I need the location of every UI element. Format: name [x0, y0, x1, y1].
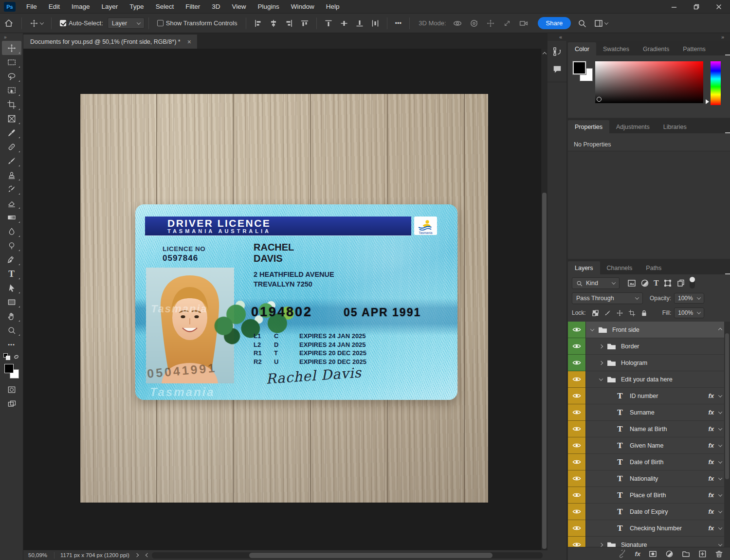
3d-roll-icon[interactable] — [466, 19, 482, 28]
layer-effects-badge[interactable]: fx — [708, 508, 714, 515]
layer-effects-badge[interactable]: fx — [708, 524, 714, 532]
visibility-eye-icon[interactable] — [568, 388, 585, 404]
menu-image[interactable]: Image — [66, 0, 96, 14]
layer-row-group[interactable]: Border — [568, 338, 730, 355]
eyedropper-tool[interactable] — [2, 126, 21, 140]
add-layer-mask-button[interactable] — [649, 550, 657, 558]
search-icon[interactable] — [574, 19, 590, 28]
zoom-tool[interactable] — [2, 323, 21, 337]
effects-chevron[interactable] — [718, 426, 722, 430]
3d-pan-icon[interactable] — [482, 19, 499, 28]
visibility-eye-icon[interactable] — [568, 404, 585, 421]
filter-shape-layers-icon[interactable] — [663, 279, 672, 288]
filter-pixel-layers-icon[interactable] — [627, 279, 636, 288]
layer-row-text[interactable]: Surnamefx — [568, 404, 730, 421]
layers-scroll-thumb[interactable] — [725, 333, 729, 479]
tab-color[interactable]: Color — [568, 42, 596, 55]
layer-effects-badge[interactable]: fx — [708, 392, 714, 399]
lock-pixels-icon[interactable] — [604, 309, 611, 317]
effects-chevron[interactable] — [718, 459, 722, 463]
layer-effects-badge[interactable]: fx — [708, 409, 714, 416]
restore-button[interactable] — [685, 0, 708, 13]
horizontal-scroll-thumb[interactable] — [249, 553, 493, 558]
share-button[interactable]: Share — [538, 17, 571, 29]
layer-row-text[interactable]: Date of Birthfx — [568, 454, 730, 470]
layer-row-text[interactable]: Nationalityfx — [568, 470, 730, 487]
pen-tool[interactable] — [2, 253, 21, 267]
move-tool[interactable] — [2, 41, 21, 55]
collapse-chevron[interactable] — [590, 327, 594, 331]
layer-row-text[interactable]: ID numberfx — [568, 388, 730, 404]
3d-slide-icon[interactable] — [499, 19, 515, 28]
visibility-eye-icon[interactable] — [568, 338, 585, 355]
screen-mode-button[interactable] — [2, 397, 21, 411]
list-scroll-up[interactable] — [718, 327, 722, 331]
layer-filter-kind-dropdown[interactable]: Kind — [572, 277, 620, 289]
close-window-button[interactable] — [708, 0, 730, 13]
more-options-button[interactable]: ••• — [391, 19, 406, 27]
status-expand-arrow[interactable] — [134, 553, 138, 557]
align-left-button[interactable] — [250, 19, 266, 27]
tab-patterns[interactable]: Patterns — [676, 42, 712, 55]
effects-chevron[interactable] — [718, 509, 722, 513]
filter-type-layers-icon[interactable]: T — [654, 279, 659, 288]
tab-adjustments[interactable]: Adjustments — [609, 120, 657, 133]
visibility-eye-icon[interactable] — [568, 421, 585, 437]
filter-adjustment-layers-icon[interactable] — [640, 279, 649, 288]
tab-properties[interactable]: Properties — [568, 120, 609, 133]
scroll-left-arrow[interactable] — [145, 553, 149, 557]
lock-artboard-icon[interactable] — [628, 309, 636, 317]
tab-swatches[interactable]: Swatches — [596, 42, 636, 55]
lock-all-icon[interactable] — [640, 309, 648, 317]
dodge-tool[interactable] — [2, 238, 21, 253]
lock-transparency-icon[interactable] — [592, 309, 599, 317]
distribute-horizontal-button[interactable] — [367, 19, 383, 27]
layer-row-group[interactable]: Edit your data here — [568, 371, 730, 388]
layer-effects-badge[interactable]: fx — [708, 491, 714, 499]
visibility-eye-icon[interactable] — [568, 504, 585, 520]
expand-chevron[interactable] — [599, 542, 603, 546]
layer-row-group[interactable]: Hologram — [568, 355, 730, 371]
effects-chevron[interactable] — [718, 443, 722, 447]
layer-filtering-toggle[interactable] — [690, 278, 695, 289]
foreground-color-swatch[interactable] — [573, 61, 586, 74]
collapse-chevron[interactable] — [599, 377, 603, 380]
tab-gradients[interactable]: Gradients — [636, 42, 676, 55]
edit-toolbar-button[interactable]: ••• — [2, 337, 21, 351]
comments-icon[interactable] — [548, 60, 567, 78]
layer-row-text[interactable]: Checking Nnumberfx — [568, 520, 730, 537]
visibility-eye-icon[interactable] — [568, 371, 585, 388]
canvas[interactable]: DRIVER LICENCE TASMANIA AUSTRALIA Tasman… — [23, 49, 548, 550]
menu-help[interactable]: Help — [320, 0, 346, 14]
add-layer-style-button[interactable]: fx — [635, 550, 640, 558]
layers-list-scrollbar[interactable] — [724, 322, 730, 547]
driver-licence-card[interactable]: DRIVER LICENCE TASMANIA AUSTRALIA Tasman… — [135, 204, 457, 400]
eraser-tool[interactable] — [2, 196, 21, 210]
home-button[interactable] — [0, 18, 18, 28]
align-right-button[interactable] — [281, 19, 297, 27]
align-center-horizontal-button[interactable] — [266, 19, 281, 27]
panel-menu-icon[interactable] — [725, 271, 730, 274]
effects-chevron[interactable] — [718, 492, 722, 496]
effects-chevron[interactable] — [718, 525, 722, 529]
expand-chevron[interactable] — [599, 361, 603, 364]
visibility-eye-icon[interactable] — [568, 470, 585, 487]
swap-colors-icon[interactable] — [13, 354, 19, 360]
object-selection-tool[interactable] — [2, 83, 21, 97]
artboard-wood-background[interactable]: DRIVER LICENCE TASMANIA AUSTRALIA Tasman… — [80, 94, 488, 503]
default-colors-icon[interactable] — [3, 353, 10, 360]
3d-orbit-icon[interactable] — [449, 19, 466, 28]
document-tab[interactable]: Documents for you.psd @ 50,1% (Front sid… — [23, 35, 197, 49]
layer-row-text[interactable]: Given Namefx — [568, 437, 730, 454]
lasso-tool[interactable] — [2, 69, 21, 83]
distribute-top-button[interactable] — [321, 19, 336, 27]
hue-slider[interactable] — [711, 61, 721, 105]
visibility-eye-icon[interactable] — [568, 487, 585, 504]
add-adjustment-layer-button[interactable] — [665, 550, 674, 558]
default-and-swap-colors[interactable] — [2, 351, 21, 362]
foreground-background-widget[interactable] — [573, 61, 593, 82]
canvas-horizontal-scrollbar[interactable] — [152, 552, 543, 559]
effects-chevron[interactable] — [718, 476, 722, 480]
layer-effects-badge[interactable]: fx — [708, 458, 714, 466]
layer-effects-badge[interactable]: fx — [708, 475, 714, 482]
